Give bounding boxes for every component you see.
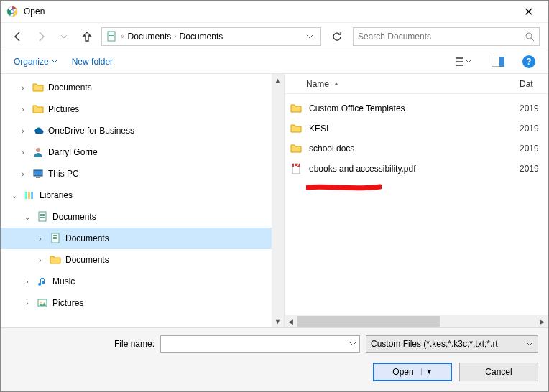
expand-icon[interactable]: ›	[22, 278, 32, 286]
svg-rect-18	[31, 192, 33, 199]
svg-rect-10	[456, 65, 463, 66]
scroll-right-icon[interactable]: ▶	[536, 315, 548, 327]
pc-icon	[32, 168, 44, 179]
tree-item-label: OneDrive for Business	[48, 126, 134, 136]
scroll-up-icon[interactable]: ▲	[272, 74, 284, 86]
folder-tree[interactable]: ›Documents›Pictures›OneDrive for Busines…	[1, 74, 285, 327]
breadcrumb-part[interactable]: Documents	[180, 32, 223, 42]
svg-rect-21	[40, 215, 45, 216]
search-icon	[525, 32, 535, 42]
search-input[interactable]	[358, 32, 525, 42]
scroll-left-icon[interactable]: ◀	[285, 315, 297, 327]
svg-point-7	[526, 33, 532, 39]
file-row[interactable]: Custom Office Templates2019	[285, 98, 548, 118]
column-name[interactable]: Name	[306, 79, 329, 89]
list-header[interactable]: Name ▲ Dat	[285, 74, 548, 94]
help-button[interactable]: ?	[522, 55, 535, 68]
file-row[interactable]: PDFebooks and accessibility.pdf2019	[285, 159, 548, 179]
svg-rect-19	[39, 212, 46, 221]
view-options-button[interactable]	[453, 54, 474, 70]
pictures-icon	[37, 297, 48, 309]
expand-icon[interactable]: ›	[22, 299, 32, 307]
tree-item-label: Documents	[52, 212, 96, 222]
close-button[interactable]: ✕	[514, 5, 543, 19]
refresh-button[interactable]	[327, 27, 347, 46]
tree-item[interactable]: ›Music	[1, 271, 284, 292]
pdf-icon: PDF	[290, 163, 302, 174]
svg-rect-22	[40, 217, 45, 218]
libraries-icon	[24, 190, 35, 201]
tree-item[interactable]: ›OneDrive for Business	[1, 120, 284, 141]
open-button[interactable]: Open ▼	[373, 363, 452, 381]
recent-dropdown[interactable]	[55, 28, 73, 45]
breadcrumb-part[interactable]: Documents	[128, 32, 172, 42]
tree-item-label: Documents	[48, 83, 92, 93]
expand-icon[interactable]: ⌄	[22, 213, 32, 221]
address-dropdown-icon[interactable]	[303, 33, 316, 40]
svg-rect-14	[34, 170, 42, 176]
organize-button[interactable]: Organize	[14, 57, 57, 67]
window-title: Open	[24, 6, 514, 17]
tree-item[interactable]: ›Documents	[1, 249, 284, 271]
expand-icon[interactable]: ›	[35, 256, 45, 264]
file-row[interactable]: school docs2019	[285, 139, 548, 159]
expand-icon[interactable]: ›	[18, 106, 28, 113]
svg-rect-4	[109, 34, 114, 34]
chevron-down-icon[interactable]	[349, 340, 356, 347]
annotation-underline	[306, 184, 382, 191]
svg-rect-15	[36, 177, 40, 178]
expand-icon[interactable]: ›	[18, 170, 28, 178]
expand-icon[interactable]: ⌄	[9, 192, 19, 200]
tree-item[interactable]: ›Darryl Gorrie	[1, 141, 284, 163]
file-row[interactable]: KESI2019	[285, 118, 548, 139]
column-date[interactable]: Dat	[520, 79, 548, 89]
file-list[interactable]: Custom Office Templates2019KESI2019schoo…	[285, 94, 548, 315]
svg-rect-5	[109, 35, 114, 36]
svg-rect-12	[499, 57, 504, 67]
cancel-button[interactable]: Cancel	[459, 363, 538, 381]
up-button[interactable]	[78, 28, 96, 45]
svg-rect-23	[52, 233, 59, 243]
preview-pane-button[interactable]	[488, 54, 508, 70]
expand-icon[interactable]: ›	[18, 127, 28, 135]
tree-item[interactable]: ›Pictures	[1, 292, 284, 314]
forward-button[interactable]	[32, 28, 50, 45]
tree-item-label: Documents	[65, 255, 109, 265]
file-date: 2019	[520, 164, 548, 174]
svg-point-2	[11, 10, 14, 13]
filename-label: File name:	[11, 339, 154, 349]
tree-item-label: Libraries	[40, 190, 73, 200]
tree-item[interactable]: ⌄Libraries	[1, 185, 284, 206]
folder-icon	[290, 143, 302, 154]
svg-point-13	[36, 148, 40, 152]
navbar: « Documents › Documents	[1, 22, 548, 50]
open-split-icon[interactable]: ▼	[421, 368, 433, 375]
expand-icon[interactable]: ›	[18, 149, 28, 157]
svg-rect-17	[28, 192, 30, 199]
search-box[interactable]	[353, 27, 540, 46]
file-type-filter[interactable]: Custom Files (*.kes;*.k3c;*.txt;*.rt	[366, 335, 538, 353]
chevron-down-icon	[52, 59, 57, 65]
tree-item[interactable]: ›Documents	[1, 77, 284, 98]
svg-rect-16	[25, 192, 27, 199]
tree-item[interactable]: ›Documents	[1, 228, 284, 249]
tree-item[interactable]: ›Pictures	[1, 98, 284, 120]
user-icon	[32, 146, 44, 158]
titlebar: Open ✕	[1, 1, 548, 22]
expand-icon[interactable]: ›	[35, 235, 45, 243]
back-button[interactable]	[9, 28, 27, 45]
tree-item[interactable]: ⌄Documents	[1, 206, 284, 228]
scroll-down-icon[interactable]: ▼	[272, 315, 284, 327]
file-name: ebooks and accessibility.pdf	[309, 164, 512, 174]
tree-item[interactable]: ›This PC	[1, 163, 284, 185]
horizontal-scrollbar[interactable]: ◀ ▶	[285, 315, 548, 327]
filename-input[interactable]	[160, 335, 360, 353]
file-name: Custom Office Templates	[309, 103, 512, 113]
scroll-thumb[interactable]	[297, 316, 440, 327]
tree-scrollbar[interactable]: ▲▼	[272, 74, 284, 327]
file-name: school docs	[309, 144, 512, 154]
address-bar[interactable]: « Documents › Documents	[101, 27, 321, 46]
chevron-down-icon[interactable]	[526, 340, 533, 347]
expand-icon[interactable]: ›	[18, 84, 28, 92]
new-folder-button[interactable]: New folder	[72, 57, 113, 67]
